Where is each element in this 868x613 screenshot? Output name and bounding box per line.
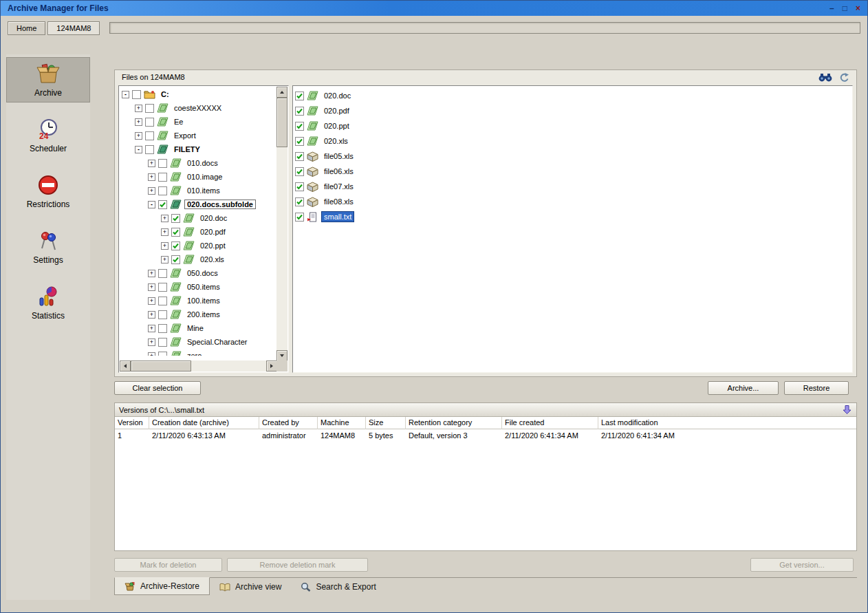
checkbox-unchecked[interactable] [145,104,154,113]
restore-button[interactable]: Restore [784,381,849,395]
tree-node[interactable]: +200.items [120,308,277,321]
checkbox-checked[interactable] [295,152,304,161]
horizontal-scrollbar-thumb[interactable] [131,361,191,372]
tree-node-label[interactable]: Mine [185,324,206,332]
expand-icon[interactable]: + [161,215,169,222]
tree-node[interactable]: +coesteXXXXX [120,101,277,115]
table-row[interactable]: 12/11/2020 6:43:13 AMadministrator124MAM… [115,429,856,442]
sidebar-item-restrictions[interactable]: Restrictions [6,169,90,214]
refresh-icon[interactable] [838,72,849,82]
checkbox-checked[interactable] [171,214,180,223]
column-header[interactable]: Created by [259,417,318,429]
file-name[interactable]: file06.xls [322,166,356,176]
list-item[interactable]: 020.doc [295,88,852,103]
column-header[interactable]: Retention category [406,417,502,429]
checkbox-checked[interactable] [295,213,304,222]
checkbox-unchecked[interactable] [145,131,154,140]
checkbox-checked[interactable] [171,241,180,250]
remove-deletion-mark-button[interactable]: Remove deletion mark [227,558,368,572]
tab-124mam8[interactable]: 124MAM8 [47,21,100,35]
tree-node-label[interactable]: 020.ppt [198,241,228,250]
expand-icon[interactable]: + [135,132,142,140]
tree-node-label[interactable]: 050.docs [185,269,220,277]
checkbox-unchecked[interactable] [132,90,141,99]
tree-node[interactable]: +010.image [120,170,277,184]
tab-archive-view[interactable]: Archive view [210,578,291,596]
collapse-icon[interactable]: - [122,91,129,98]
minimize-button[interactable]: – [829,4,834,12]
scroll-left-button[interactable] [120,361,131,372]
sidebar-item-scheduler[interactable]: 24Scheduler [6,113,90,158]
tree-vertical-scrollbar[interactable] [276,87,287,361]
scroll-up-button[interactable] [276,87,287,98]
expand-versions-icon[interactable] [842,405,852,415]
list-item[interactable]: 020.pdf [295,103,852,118]
sidebar-item-archive[interactable]: Archive [6,57,90,103]
checkbox-checked[interactable] [171,228,180,237]
tree-node[interactable]: -FILETY [120,142,277,156]
checkbox-checked[interactable] [295,107,304,116]
column-header[interactable]: Machine [318,417,366,429]
tree-node[interactable]: +010.docs [120,156,277,170]
tree-node-label[interactable]: 100.items [185,297,222,305]
checkbox-unchecked[interactable] [158,297,167,305]
checkbox-checked[interactable] [171,255,180,264]
tree-node[interactable]: -C: [120,87,277,101]
tree-node[interactable]: +020.ppt [120,239,277,252]
archive-button[interactable]: Archive... [708,381,779,395]
file-name[interactable]: 020.xls [322,136,350,146]
checkbox-checked[interactable] [295,92,304,100]
expand-icon[interactable]: + [135,105,142,112]
tree-node-label[interactable]: 020.xls [198,255,226,264]
tree-node[interactable]: +Export [120,129,277,142]
expand-icon[interactable]: + [148,173,155,181]
file-name[interactable]: file07.xls [322,182,356,191]
maximize-button[interactable]: □ [843,4,847,12]
checkbox-checked[interactable] [295,182,304,191]
checkbox-unchecked[interactable] [158,352,167,356]
tree-node-label[interactable]: Ee [172,118,185,126]
checkbox-unchecked[interactable] [158,283,167,292]
tree-node[interactable]: +Ee [120,115,277,129]
tree-node[interactable]: +020.pdf [120,225,277,239]
checkbox-unchecked[interactable] [145,145,154,154]
expand-icon[interactable]: + [148,311,155,319]
checkbox-unchecked[interactable] [158,173,167,182]
view-icon[interactable] [818,73,832,82]
expand-icon[interactable]: + [161,228,169,236]
tree-node[interactable]: +050.docs [120,266,277,280]
expand-icon[interactable]: + [148,352,155,356]
sidebar-item-statistics[interactable]: Statistics [6,280,90,325]
column-header[interactable]: Version [115,417,149,429]
tab-search-export[interactable]: Search & Export [291,578,385,596]
list-item[interactable]: file06.xls [295,164,852,179]
tree-node-label[interactable]: Export [172,131,198,140]
collapse-icon[interactable]: - [135,146,142,153]
expand-icon[interactable]: + [135,118,142,126]
checkbox-checked[interactable] [295,197,304,206]
expand-icon[interactable]: + [148,283,155,291]
column-header[interactable]: Size [366,417,406,429]
tree-node[interactable]: +050.items [120,280,277,294]
tree-node-label[interactable]: 050.items [185,283,222,291]
tree-node-label[interactable]: 020.doc [198,214,229,222]
tree-node[interactable]: +020.xls [120,252,277,266]
checkbox-checked[interactable] [295,137,304,146]
scroll-down-button[interactable] [276,350,287,361]
list-item[interactable]: small.txt [295,209,852,224]
close-button[interactable]: × [856,4,860,12]
file-name[interactable]: file05.xls [322,151,356,161]
tree-node[interactable]: -020.docs.subfolde [120,197,277,211]
tree-node-label[interactable]: 010.image [185,173,224,181]
file-name[interactable]: 020.ppt [322,121,351,131]
tree-node-label[interactable]: 020.docs.subfolde [185,200,255,208]
list-item[interactable]: file08.xls [295,194,852,209]
tab-archive-restore[interactable]: Archive-Restore [114,577,210,595]
file-name[interactable]: 020.pdf [322,106,351,116]
column-header[interactable]: Last modification [598,417,856,429]
list-item[interactable]: file07.xls [295,179,852,194]
file-name[interactable]: small.txt [322,212,354,222]
file-name[interactable]: 020.doc [322,91,353,100]
vertical-scrollbar-thumb[interactable] [276,98,287,147]
tree-node-label[interactable]: Special.Character [185,338,249,346]
